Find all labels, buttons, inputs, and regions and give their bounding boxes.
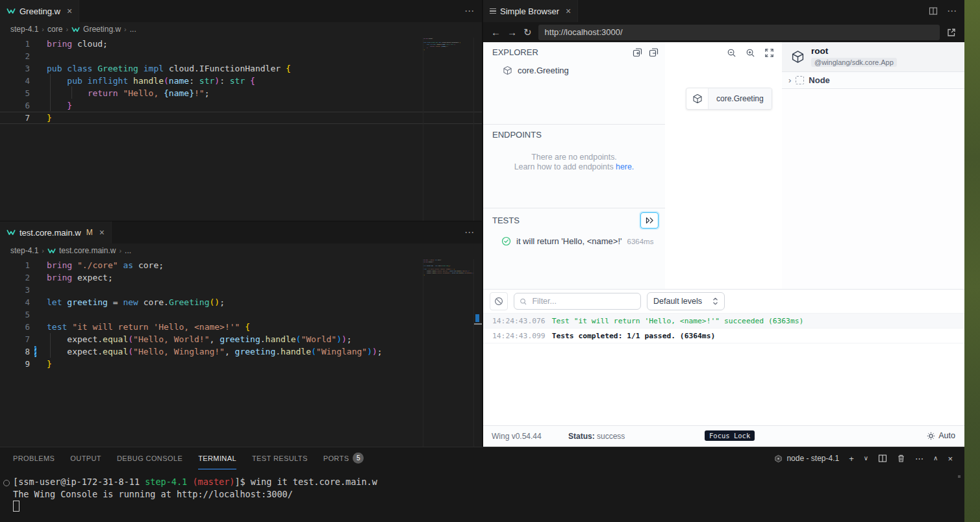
new-terminal-icon[interactable]: + xyxy=(849,454,854,463)
breadcrumb-item[interactable]: core xyxy=(47,25,62,34)
endpoints-empty-state: There are no endpoints. Learn how to add… xyxy=(483,153,665,172)
simple-browser-pane: Simple Browser × ⋯ ← → ↻ http://localhos… xyxy=(483,0,964,447)
close-icon[interactable]: × xyxy=(566,6,571,16)
endpoints-help-link[interactable]: here. xyxy=(616,162,634,171)
tab-simple-browser[interactable]: Simple Browser × xyxy=(483,0,578,22)
split-editor-icon[interactable] xyxy=(929,6,938,16)
breadcrumb-separator: › xyxy=(42,247,44,255)
code-line[interactable]: 4 pub inflight handle(name: str): str { xyxy=(0,75,482,87)
panel-tab-debug-console[interactable]: DEBUG CONSOLE xyxy=(117,447,182,469)
code-line[interactable]: 1bring "./core" as core; xyxy=(0,259,482,271)
code-line[interactable]: 5 return "Hello, {name}!"; xyxy=(0,87,482,99)
terminal-viewport[interactable]: [ssm-user@ip-172-31-8-11 step-4.1 (maste… xyxy=(0,469,964,514)
breadcrumb-item[interactable]: ... xyxy=(130,25,136,34)
tests-section: TESTS it will return 'Hello, <name>!' 63… xyxy=(483,208,665,290)
breadcrumb-item[interactable]: step-4.1 xyxy=(10,246,38,255)
more-actions-icon[interactable]: ⋯ xyxy=(947,5,957,17)
reload-icon[interactable]: ↻ xyxy=(523,27,532,37)
indent-guide xyxy=(50,333,51,358)
maximize-panel-icon[interactable]: ∧ xyxy=(933,455,938,462)
url-input[interactable]: http://localhost:3000/ xyxy=(538,25,940,40)
screenshot-root: Greeting.w × ⋯ step-4.1›core›Greeting.w›… xyxy=(0,0,980,522)
code-line[interactable]: 4let greeting = new core.Greeting(); xyxy=(0,296,482,308)
editor2-tab-bar: test.core.main.w M × ⋯ xyxy=(0,221,482,243)
terminal-instance[interactable]: node - step-4.1 xyxy=(774,454,839,463)
close-icon[interactable]: × xyxy=(67,6,72,16)
breadcrumb-item[interactable]: Greeting.w xyxy=(83,25,121,34)
code-line[interactable]: 6test "it will return 'Hello, <name>!'" … xyxy=(0,321,482,333)
code-line[interactable]: 9} xyxy=(0,358,482,370)
close-panel-icon[interactable]: × xyxy=(948,454,953,463)
zoom-out-icon[interactable] xyxy=(727,48,736,58)
tab-greeting-w[interactable]: Greeting.w × xyxy=(0,0,79,22)
code-line[interactable]: 2 xyxy=(0,50,482,62)
details-root-header[interactable]: root @winglang/sdk.core.App xyxy=(782,42,964,72)
overview-ruler[interactable] xyxy=(473,259,482,447)
panel-tab-problems[interactable]: PROBLEMS xyxy=(13,447,55,469)
map-node-core-greeting[interactable]: core.Greeting xyxy=(686,88,772,110)
log-filter-input[interactable] xyxy=(531,296,635,306)
browser-tab-bar: Simple Browser × ⋯ xyxy=(483,0,964,22)
open-external-icon[interactable] xyxy=(946,27,957,38)
code-line[interactable]: 7} xyxy=(0,112,482,124)
code-editor[interactable]: 1bring "./core" as core;2bring expect;34… xyxy=(0,258,482,447)
terminal-output: [ssm-user@ip-172-31-8-11 step-4.1 (maste… xyxy=(13,476,964,501)
code-line[interactable]: 2bring expect; xyxy=(0,271,482,284)
details-node-row[interactable]: › Node xyxy=(782,72,964,89)
more-actions-icon[interactable]: ⋯ xyxy=(464,227,474,238)
more-actions-icon[interactable]: ⋯ xyxy=(915,454,923,463)
line-number: 5 xyxy=(0,87,30,99)
minimap[interactable]: bring "./core" as core;bring expect; let… xyxy=(423,259,474,447)
resource-map-panel[interactable]: core.Greeting xyxy=(665,42,783,289)
log-levels-select[interactable]: Default levels xyxy=(647,292,725,310)
gutter xyxy=(30,87,47,99)
run-all-tests-button[interactable] xyxy=(640,212,659,229)
fit-view-icon[interactable] xyxy=(764,48,774,58)
code-line[interactable]: 3 xyxy=(0,284,482,296)
test-duration: 6364ms xyxy=(627,238,653,245)
log-filter-field[interactable] xyxy=(514,293,641,310)
browser-url-bar: ← → ↻ http://localhost:3000/ xyxy=(483,22,964,42)
more-actions-icon[interactable]: ⋯ xyxy=(464,5,474,17)
code-line[interactable]: 8 expect.equal("Hello, Winglang!", greet… xyxy=(0,345,482,358)
line-number: 4 xyxy=(0,75,30,87)
close-icon[interactable]: × xyxy=(99,228,105,237)
terminal-dropdown-icon[interactable]: ∨ xyxy=(864,455,868,462)
panel-tab-ports[interactable]: PORTS5 xyxy=(323,447,364,469)
code-line[interactable]: 1bring cloud; xyxy=(0,38,482,50)
line-number: 7 xyxy=(0,333,30,345)
breadcrumb-item[interactable]: ... xyxy=(125,246,131,255)
split-terminal-icon[interactable] xyxy=(878,454,887,463)
code-line[interactable]: 6 } xyxy=(0,99,482,112)
expand-all-icon[interactable] xyxy=(633,47,642,57)
breadcrumb-item[interactable]: test.core.main.w xyxy=(59,246,116,255)
terminal-scrollbar[interactable] xyxy=(958,475,961,478)
line-number: 7 xyxy=(0,112,30,124)
tab-test-core-main-w[interactable]: test.core.main.w M × xyxy=(0,221,112,243)
minimap[interactable]: bring cloud; pub class Greeting impl clo… xyxy=(423,38,474,221)
breadcrumb-item[interactable]: step-4.1 xyxy=(10,25,38,34)
log-list: 14:24:43.076Test "it will return 'Hello,… xyxy=(483,313,964,343)
code-line[interactable]: 3pub class Greeting impl cloud.IFunction… xyxy=(0,62,482,75)
focus-lock-badge[interactable]: Focus Lock xyxy=(705,430,755,441)
forward-icon[interactable]: → xyxy=(507,27,517,37)
code-line[interactable]: 5 xyxy=(0,308,482,321)
zoom-in-icon[interactable] xyxy=(746,48,755,58)
panel-tab-output[interactable]: OUTPUT xyxy=(70,447,101,469)
overview-ruler[interactable] xyxy=(473,38,482,221)
kill-terminal-icon[interactable] xyxy=(897,454,905,463)
back-icon[interactable]: ← xyxy=(491,27,501,37)
code-line[interactable]: 7 expect.equal("Hello, World!", greeting… xyxy=(0,333,482,345)
explorer-item-label: core.Greeting xyxy=(518,66,569,75)
gutter xyxy=(30,112,47,124)
panel-tab-terminal[interactable]: TERMINAL xyxy=(198,447,236,469)
test-result-item[interactable]: it will return 'Hello, <name>!' 6364ms xyxy=(483,236,665,246)
code-editor[interactable]: 1bring cloud;23pub class Greeting impl c… xyxy=(0,36,482,221)
collapse-all-icon[interactable] xyxy=(649,47,659,57)
command-decoration-icon[interactable] xyxy=(3,480,10,486)
line-number: 9 xyxy=(0,358,30,370)
theme-auto-toggle[interactable]: Auto xyxy=(927,431,955,440)
clear-logs-button[interactable] xyxy=(490,292,508,310)
panel-tab-test-results[interactable]: TEST RESULTS xyxy=(252,447,308,469)
explorer-item-core-greeting[interactable]: core.Greeting xyxy=(483,66,665,75)
